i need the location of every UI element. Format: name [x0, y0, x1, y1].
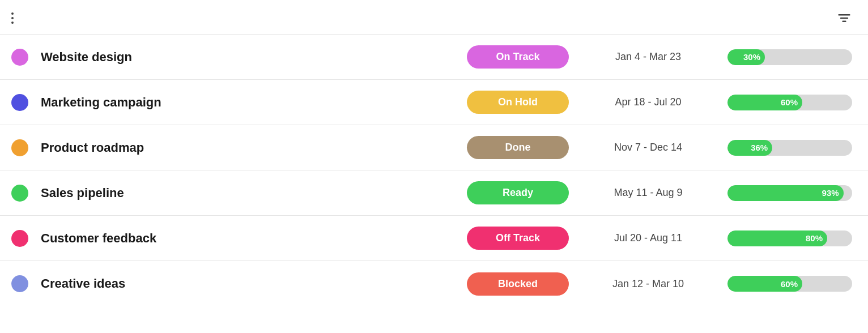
progress-bar-container: 60% — [727, 276, 852, 292]
project-name: Website design — [41, 50, 467, 65]
project-row-sales-pipeline[interactable]: Sales pipeline Ready May 11 - Aug 9 93% — [0, 170, 868, 216]
header — [0, 0, 868, 35]
progress-bar-container: 80% — [727, 230, 852, 246]
date-range: Jan 4 - Mar 23 — [592, 51, 705, 63]
status-badge[interactable]: Off Track — [467, 227, 569, 250]
progress-bar-container: 60% — [727, 95, 852, 110]
project-dot — [11, 185, 28, 202]
status-badge[interactable]: Blocked — [467, 272, 569, 296]
project-dot — [11, 275, 28, 292]
status-badge[interactable]: On Hold — [467, 91, 569, 114]
project-name: Sales pipeline — [41, 186, 467, 200]
progress-bar-fill: 60% — [727, 95, 802, 110]
app-container: Website design On Track Jan 4 - Mar 23 3… — [0, 0, 868, 306]
date-range: Apr 18 - Jul 20 — [592, 96, 705, 108]
project-dot — [11, 94, 28, 111]
project-name: Customer feedback — [41, 231, 467, 246]
project-dot — [11, 139, 28, 156]
status-badge[interactable]: On Track — [467, 45, 569, 69]
date-range: Jul 20 - Aug 11 — [592, 232, 705, 244]
progress-bar-container: 93% — [727, 185, 852, 201]
project-row-website-design[interactable]: Website design On Track Jan 4 - Mar 23 3… — [0, 35, 868, 80]
project-row-product-roadmap[interactable]: Product roadmap Done Nov 7 - Dec 14 36% — [0, 125, 868, 170]
project-name: Creative ideas — [41, 276, 467, 291]
progress-bar-fill: 36% — [727, 140, 772, 156]
progress-bar-fill: 60% — [727, 276, 802, 292]
project-row-customer-feedback[interactable]: Customer feedback Off Track Jul 20 - Aug… — [0, 216, 868, 261]
project-row-creative-ideas[interactable]: Creative ideas Blocked Jan 12 - Mar 10 6… — [0, 261, 868, 306]
project-row-marketing-campaign[interactable]: Marketing campaign On Hold Apr 18 - Jul … — [0, 80, 868, 125]
menu-icon[interactable] — [11, 12, 14, 24]
progress-label: 36% — [751, 143, 768, 152]
project-name: Product roadmap — [41, 140, 467, 155]
filter-icon[interactable] — [836, 10, 852, 26]
status-badge[interactable]: Ready — [467, 181, 569, 204]
progress-label: 60% — [781, 279, 798, 289]
progress-label: 80% — [806, 233, 823, 243]
progress-bar-fill: 30% — [727, 49, 765, 65]
project-dot — [11, 230, 28, 247]
header-left — [11, 12, 19, 24]
progress-bar-fill: 93% — [727, 185, 844, 201]
progress-bar-fill: 80% — [727, 230, 827, 246]
date-range: May 11 - Aug 9 — [592, 187, 705, 199]
progress-bar-container: 36% — [727, 140, 852, 156]
date-range: Nov 7 - Dec 14 — [592, 142, 705, 153]
progress-label: 93% — [822, 188, 839, 198]
progress-bar-container: 30% — [727, 49, 852, 65]
progress-label: 60% — [781, 97, 798, 107]
status-badge[interactable]: Done — [467, 136, 569, 159]
project-dot — [11, 49, 28, 66]
project-name: Marketing campaign — [41, 95, 467, 110]
projects-list: Website design On Track Jan 4 - Mar 23 3… — [0, 35, 868, 306]
date-range: Jan 12 - Mar 10 — [592, 278, 705, 290]
progress-label: 30% — [743, 52, 760, 62]
